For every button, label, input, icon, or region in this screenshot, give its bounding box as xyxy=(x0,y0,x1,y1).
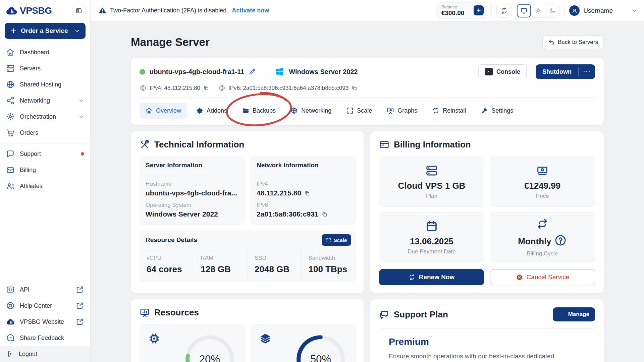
sidebar-item-orchestration[interactable]: Orchestration xyxy=(0,109,90,125)
user-menu[interactable]: Username xyxy=(569,5,637,16)
activate-2fa-link[interactable]: Activate now xyxy=(232,7,269,14)
more-options-icon[interactable] xyxy=(579,64,595,79)
ipv6-row: IPv6: 2a01:5a8:306:c931:6a64:a378:b8b5:c… xyxy=(218,84,357,92)
ipv6-label: IPv6 xyxy=(257,202,350,208)
theme-switcher xyxy=(517,4,559,18)
sidebar-item-orders[interactable]: Orders xyxy=(0,125,90,141)
sidebar-item-networking[interactable]: Networking xyxy=(0,93,90,109)
shutdown-button[interactable]: Shutdown xyxy=(536,64,595,79)
topbar-divider xyxy=(491,5,492,16)
sidebar-item-api[interactable]: API xyxy=(0,282,90,298)
cancel-service-button[interactable]: Cancel Service xyxy=(490,269,595,285)
edit-server-name-button[interactable] xyxy=(249,68,256,75)
expand-icon xyxy=(346,107,354,114)
notification-dot xyxy=(81,152,84,156)
topbar-divider xyxy=(564,5,565,16)
sidebar-item-dashboard[interactable]: Dashboard xyxy=(0,44,90,60)
ipv4-label: IPv4 xyxy=(257,181,350,187)
vpsbg-logo[interactable]: VPSBG xyxy=(5,5,52,17)
price-label: Price xyxy=(536,193,549,199)
tab-graphs[interactable]: Graphs xyxy=(381,103,423,119)
tab-scale[interactable]: Scale xyxy=(340,103,378,119)
sidebar-item-share-feedback[interactable]: Share Feedback xyxy=(0,330,90,346)
user-icon xyxy=(572,8,578,14)
back-to-servers-button[interactable]: Back to Servers xyxy=(542,36,604,49)
chart-board-icon xyxy=(140,307,150,318)
pencil-icon xyxy=(249,68,256,75)
sidebar: VPSBG Order a Service Dashboard Servers … xyxy=(0,0,91,362)
resources-panel: Resources CPU 2 Cores 20% xyxy=(131,299,364,362)
tab-networking[interactable]: Networking xyxy=(285,103,337,119)
speech-bubble-icon xyxy=(6,334,15,342)
resource-vcpu: vCPU 64 cores xyxy=(140,249,194,281)
resource-bandwidth: Bandwidth 100 TBps xyxy=(302,249,356,281)
cloud-icon xyxy=(6,317,15,326)
tab-backups[interactable]: Backups xyxy=(236,103,281,119)
sidebar-item-vpsbg-website[interactable]: VPSBG Website xyxy=(0,314,90,330)
wrench-icon xyxy=(481,107,488,114)
billing-cycle-value: Monthly xyxy=(518,236,551,247)
tab-settings[interactable]: Settings xyxy=(475,103,519,119)
ram-usage-percent: 50% xyxy=(294,333,347,362)
copy-ipv6-button[interactable] xyxy=(352,85,357,91)
sidebar-item-shared-hosting[interactable]: Shared Hosting xyxy=(0,76,90,93)
refresh-button[interactable] xyxy=(496,4,512,18)
share-network-icon xyxy=(6,96,15,105)
sidebar-item-help-center[interactable]: Help Center xyxy=(0,298,90,314)
external-link-icon xyxy=(75,285,84,294)
tab-addons[interactable]: Addons xyxy=(190,103,233,119)
server-card: ubuntu-vps-4gb-cloud-fra1-11 Windows Ser… xyxy=(131,58,604,125)
order-a-service-button[interactable]: Order a Service xyxy=(5,23,86,39)
servers-icon xyxy=(6,64,15,73)
folder-icon xyxy=(242,107,249,114)
chat-bubbles-icon xyxy=(379,309,389,320)
resource-ram: RAM 128 GB xyxy=(194,249,248,281)
theme-dark-button[interactable] xyxy=(545,4,559,17)
copy-icon xyxy=(322,212,327,217)
premium-plan-card: Premium Ensure smooth operations with ou… xyxy=(379,328,595,362)
wallet-icon xyxy=(6,166,15,174)
theme-system-button[interactable] xyxy=(517,4,531,17)
sidebar-item-support[interactable]: Support xyxy=(0,146,90,162)
due-date-value: 13.06.2025 xyxy=(410,236,453,247)
windows-logo-icon xyxy=(274,67,284,77)
manage-support-plan-button[interactable]: Manage xyxy=(553,307,595,321)
external-link-icon xyxy=(75,317,84,326)
tab-reinstall[interactable]: Reinstall xyxy=(426,103,472,119)
copy-ipv4-button[interactable] xyxy=(203,85,209,91)
back-arrow-icon xyxy=(548,39,555,46)
balance-widget: Balance €300.00 xyxy=(436,2,487,19)
globe-icon xyxy=(218,84,225,92)
moon-icon xyxy=(549,7,556,14)
server-status-dot xyxy=(140,69,145,75)
server-name: ubuntu-vps-4gb-cloud-fra1-11 xyxy=(150,68,244,76)
main-content: Manage Server Back to Servers ubuntu-vps… xyxy=(91,21,644,362)
server-os: Windows Server 2022 xyxy=(289,68,358,76)
copy-ipv4-button[interactable] xyxy=(304,190,310,196)
server-tabs: Overview Addons Backups Networking S xyxy=(140,98,595,120)
billing-cycle-label: Billing Cycle xyxy=(527,250,558,257)
divider xyxy=(265,66,265,77)
chevron-down-icon xyxy=(78,114,84,120)
console-button[interactable]: Console xyxy=(478,64,527,79)
scale-button[interactable]: Scale xyxy=(322,234,351,246)
cpu-usage-percent: 20% xyxy=(183,333,236,362)
renew-now-button[interactable]: Renew Now xyxy=(379,269,484,285)
sidebar-item-affiliates[interactable]: Affiliates xyxy=(0,178,90,194)
globe-icon xyxy=(140,84,147,92)
help-icon[interactable] xyxy=(554,234,567,247)
add-funds-button[interactable] xyxy=(474,5,484,15)
sidebar-item-servers[interactable]: Servers xyxy=(0,60,90,76)
balance-value: €300.00 xyxy=(441,10,465,17)
username: Username xyxy=(583,7,613,14)
theme-light-button[interactable] xyxy=(531,4,545,17)
chart-board-icon xyxy=(387,107,394,114)
sidebar-item-billing[interactable]: Billing xyxy=(0,162,90,178)
gear-icon xyxy=(558,311,565,318)
sidebar-collapse-button[interactable] xyxy=(72,4,86,17)
refresh-icon xyxy=(409,274,415,281)
x-circle-icon xyxy=(516,274,523,281)
copy-ipv6-button[interactable] xyxy=(322,212,327,217)
tab-overview[interactable]: Overview xyxy=(140,103,187,119)
logout-button[interactable]: Logout xyxy=(0,346,90,362)
